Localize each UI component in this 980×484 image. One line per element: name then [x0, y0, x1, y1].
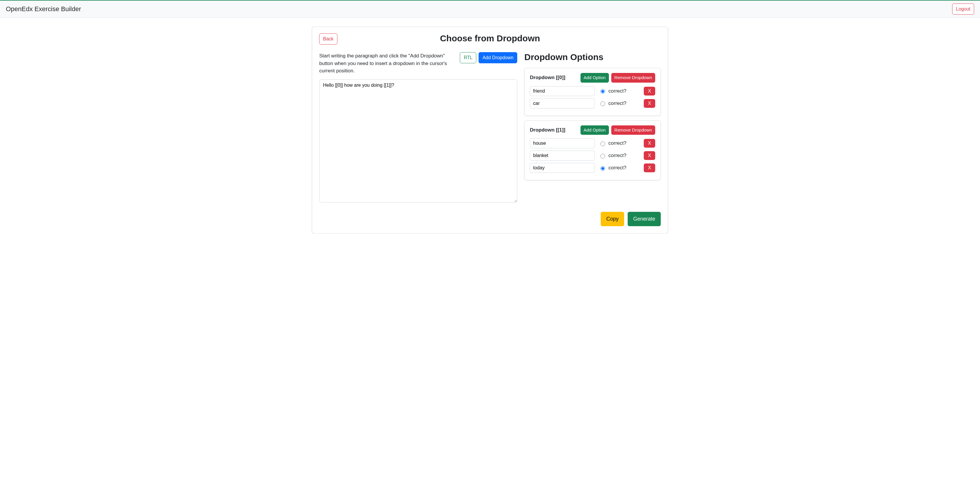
correct-radio[interactable]: [600, 154, 605, 159]
dropdown-header: Dropdown [[1]]Add OptionRemove Dropdown: [530, 126, 655, 135]
page-title: Choose from Dropdown: [440, 33, 540, 43]
dropdown-actions: Add OptionRemove Dropdown: [581, 126, 655, 135]
app-brand: OpenEdx Exercise Builder: [6, 5, 81, 13]
correct-label: correct?: [608, 165, 626, 171]
navbar: OpenEdx Exercise Builder Logout: [0, 0, 980, 18]
delete-option-button[interactable]: X: [644, 151, 655, 160]
correct-radio[interactable]: [600, 142, 605, 146]
correct-label: correct?: [608, 88, 626, 94]
correct-label: correct?: [608, 153, 626, 159]
logout-button[interactable]: Logout: [952, 3, 974, 14]
correct-radio-wrap[interactable]: correct?: [599, 88, 640, 94]
option-row: correct?X: [530, 163, 655, 173]
correct-label: correct?: [608, 140, 626, 146]
back-button[interactable]: Back: [319, 33, 337, 45]
option-row: correct?X: [530, 99, 655, 108]
dropdown-header: Dropdown [[0]]Add OptionRemove Dropdown: [530, 73, 655, 83]
option-input[interactable]: [530, 99, 595, 108]
remove-dropdown-button[interactable]: Remove Dropdown: [611, 126, 655, 135]
option-row: correct?X: [530, 151, 655, 161]
remove-dropdown-button[interactable]: Remove Dropdown: [611, 73, 655, 83]
correct-label: correct?: [608, 100, 626, 107]
add-dropdown-button[interactable]: Add Dropdown: [479, 52, 517, 63]
instructions-text: Start writing the paragraph and click th…: [319, 52, 455, 75]
rtl-button[interactable]: RTL: [460, 52, 476, 63]
correct-radio[interactable]: [600, 166, 605, 171]
add-option-button[interactable]: Add Option: [581, 73, 609, 83]
option-input[interactable]: [530, 163, 595, 173]
copy-button[interactable]: Copy: [601, 212, 624, 226]
option-row: correct?X: [530, 138, 655, 148]
options-panel-title: Dropdown Options: [524, 52, 661, 62]
option-input[interactable]: [530, 86, 595, 96]
correct-radio-wrap[interactable]: correct?: [599, 100, 640, 107]
option-input[interactable]: [530, 138, 595, 148]
delete-option-button[interactable]: X: [644, 99, 655, 108]
correct-radio-wrap[interactable]: correct?: [599, 165, 640, 171]
correct-radio[interactable]: [600, 101, 605, 106]
dropdown-card: Dropdown [[1]]Add OptionRemove Dropdownc…: [524, 120, 661, 180]
generate-button[interactable]: Generate: [628, 212, 661, 226]
option-input[interactable]: [530, 151, 595, 161]
paragraph-textarea[interactable]: [319, 80, 517, 202]
correct-radio-wrap[interactable]: correct?: [599, 153, 640, 159]
correct-radio[interactable]: [600, 89, 605, 94]
dropdown-label: Dropdown [[1]]: [530, 127, 578, 133]
delete-option-button[interactable]: X: [644, 87, 655, 96]
dropdown-card: Dropdown [[0]]Add OptionRemove Dropdownc…: [524, 68, 661, 116]
correct-radio-wrap[interactable]: correct?: [599, 140, 640, 146]
option-row: correct?X: [530, 86, 655, 96]
add-option-button[interactable]: Add Option: [581, 126, 609, 135]
main-card: Back Choose from Dropdown Start writing …: [312, 27, 668, 234]
dropdown-actions: Add OptionRemove Dropdown: [581, 73, 655, 83]
delete-option-button[interactable]: X: [644, 139, 655, 148]
delete-option-button[interactable]: X: [644, 164, 655, 172]
dropdown-label: Dropdown [[0]]: [530, 75, 578, 81]
